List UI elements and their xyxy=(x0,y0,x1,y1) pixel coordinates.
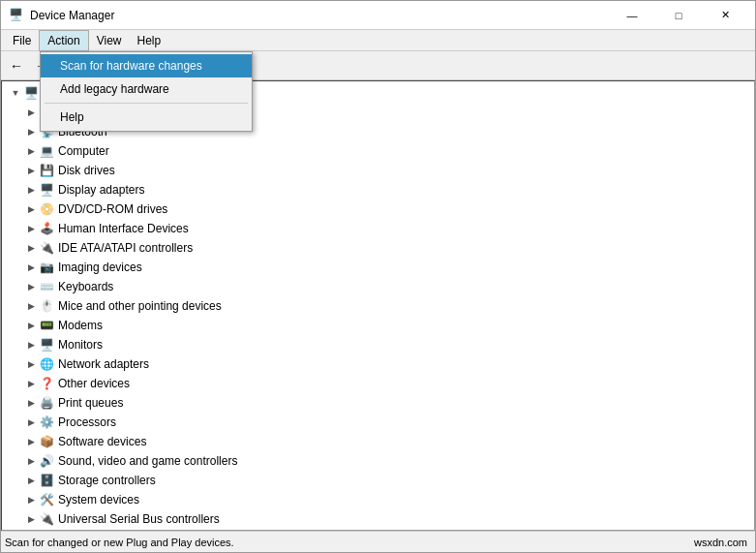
system-label: System devices xyxy=(58,493,139,507)
software-label: Software devices xyxy=(58,435,146,448)
imaging-icon: 📷 xyxy=(39,260,54,275)
list-item[interactable]: ▶ 🛠️ System devices xyxy=(4,490,752,509)
list-item[interactable]: ▶ 🌐 Network adapters xyxy=(4,354,752,374)
imaging-label: Imaging devices xyxy=(58,261,142,274)
menu-view[interactable]: View xyxy=(89,30,130,51)
device-tree[interactable]: ▼ 🖥️ DESKTOP-USER ▶ 🔋 Batteries ▶ 📡 Blue… xyxy=(1,80,755,531)
display-adapters-icon: 🖥️ xyxy=(39,182,54,198)
print-label: Print queues xyxy=(58,396,123,410)
storage-icon: 🗄️ xyxy=(39,473,54,488)
display-adapters-label: Display adapters xyxy=(58,183,144,197)
hid-label: Human Interface Devices xyxy=(58,222,189,235)
item-arrow: ▶ xyxy=(23,511,39,527)
main-content: ▼ 🖥️ DESKTOP-USER ▶ 🔋 Batteries ▶ 📡 Blue… xyxy=(1,80,755,531)
item-arrow: ▶ xyxy=(23,492,39,507)
status-bar: Scan for changed or new Plug and Play de… xyxy=(1,531,755,552)
item-arrow: ▶ xyxy=(23,240,39,256)
list-item[interactable]: ▶ 📦 Software devices xyxy=(4,432,752,451)
other-label: Other devices xyxy=(58,377,130,390)
list-item[interactable]: ▶ 🕹️ Human Interface Devices xyxy=(4,219,752,238)
list-item[interactable]: ▶ 🖱️ Mice and other pointing devices xyxy=(4,296,752,316)
device-manager-window: 🖥️ Device Manager — □ ✕ File Action View… xyxy=(0,0,756,553)
disk-drives-icon: 💾 xyxy=(39,163,54,178)
computer-label: Computer xyxy=(58,144,109,158)
modems-icon: 📟 xyxy=(39,318,54,333)
list-item[interactable]: ▶ 📷 Imaging devices xyxy=(4,258,752,277)
list-item[interactable]: ▶ 🗄️ Storage controllers xyxy=(4,471,752,490)
keyboards-label: Keyboards xyxy=(58,280,113,293)
dvd-label: DVD/CD-ROM drives xyxy=(58,202,167,216)
app-icon: 🖥️ xyxy=(9,8,24,23)
item-arrow: ▶ xyxy=(23,124,39,139)
usb-label: Universal Serial Bus controllers xyxy=(58,512,220,526)
other-icon: ❓ xyxy=(39,376,54,391)
maximize-button[interactable]: □ xyxy=(656,1,701,30)
item-arrow: ▶ xyxy=(23,337,39,353)
modems-label: Modems xyxy=(58,319,103,332)
list-item[interactable]: ▶ 🖥️ Monitors xyxy=(4,335,752,354)
item-arrow: ▶ xyxy=(23,356,39,372)
item-arrow: ▶ xyxy=(23,298,39,314)
action-dropdown-menu: Scan for hardware changes Add legacy har… xyxy=(40,51,253,132)
title-bar-left: 🖥️ Device Manager xyxy=(9,8,114,23)
item-arrow: ▶ xyxy=(23,434,39,449)
back-button[interactable]: ← xyxy=(5,54,28,77)
item-arrow: ▶ xyxy=(23,260,39,275)
network-label: Network adapters xyxy=(58,357,149,371)
scan-hardware-item[interactable]: Scan for hardware changes xyxy=(41,54,252,77)
print-icon: 🖨️ xyxy=(39,395,54,411)
sound-icon: 🔊 xyxy=(39,453,54,469)
processors-label: Processors xyxy=(58,415,116,429)
item-arrow: ▶ xyxy=(23,105,39,120)
root-arrow: ▼ xyxy=(8,85,23,101)
keyboards-icon: ⌨️ xyxy=(39,279,54,294)
list-item[interactable]: ▶ 🔌 Universal Serial Bus controllers xyxy=(4,509,752,529)
list-item[interactable]: ▶ 📟 Modems xyxy=(4,316,752,335)
list-item[interactable]: ▶ ❓ Other devices xyxy=(4,374,752,393)
list-item[interactable]: ▶ ⌨️ Keyboards xyxy=(4,277,752,296)
root-icon: 🖥️ xyxy=(23,85,39,101)
monitors-icon: 🖥️ xyxy=(39,337,54,353)
add-legacy-item[interactable]: Add legacy hardware xyxy=(41,77,252,101)
list-item[interactable]: ▶ 💻 Computer xyxy=(4,141,752,161)
close-button[interactable]: ✕ xyxy=(703,1,747,30)
menu-help[interactable]: Help xyxy=(130,30,169,51)
ide-label: IDE ATA/ATAPI controllers xyxy=(58,241,193,255)
title-bar: 🖥️ Device Manager — □ ✕ xyxy=(1,1,755,30)
item-arrow: ▶ xyxy=(23,473,39,488)
item-arrow: ▶ xyxy=(23,182,39,198)
storage-label: Storage controllers xyxy=(58,474,156,487)
item-arrow: ▶ xyxy=(23,395,39,411)
list-item[interactable]: ▶ 🖨️ Print queues xyxy=(4,393,752,413)
sound-label: Sound, video and game controllers xyxy=(58,454,237,468)
menu-action[interactable]: Action xyxy=(39,30,88,51)
mice-icon: 🖱️ xyxy=(39,298,54,314)
list-item[interactable]: ▶ 🔊 Sound, video and game controllers xyxy=(4,451,752,471)
item-arrow: ▶ xyxy=(23,201,39,217)
item-arrow: ▶ xyxy=(23,318,39,333)
list-item[interactable]: ▶ 📀 DVD/CD-ROM drives xyxy=(4,200,752,219)
item-arrow: ▶ xyxy=(23,453,39,469)
processors-icon: ⚙️ xyxy=(39,415,54,430)
help-item[interactable]: Help xyxy=(41,106,252,129)
mice-label: Mice and other pointing devices xyxy=(58,299,222,313)
menu-bar-container: File Action View Help Scan for hardware … xyxy=(1,30,755,51)
item-arrow: ▶ xyxy=(23,221,39,236)
list-item[interactable]: ▶ 💾 Disk drives xyxy=(4,161,752,180)
ide-icon: 🔌 xyxy=(39,240,54,256)
list-item[interactable]: ▶ 🔌 IDE ATA/ATAPI controllers xyxy=(4,238,752,258)
disk-drives-label: Disk drives xyxy=(58,164,115,177)
status-text: Scan for changed or new Plug and Play de… xyxy=(5,537,234,548)
menu-file[interactable]: File xyxy=(5,30,39,51)
item-arrow: ▶ xyxy=(23,415,39,430)
system-icon: 🛠️ xyxy=(39,492,54,507)
list-item[interactable]: ▶ 🖥️ Display adapters xyxy=(4,180,752,200)
item-arrow: ▶ xyxy=(23,376,39,391)
network-icon: 🌐 xyxy=(39,356,54,372)
menu-bar: File Action View Help xyxy=(1,30,755,51)
monitors-label: Monitors xyxy=(58,338,103,352)
minimize-button[interactable]: — xyxy=(610,1,654,30)
software-icon: 📦 xyxy=(39,434,54,449)
list-item[interactable]: ▶ ⚙️ Processors xyxy=(4,413,752,432)
item-arrow: ▶ xyxy=(23,279,39,294)
